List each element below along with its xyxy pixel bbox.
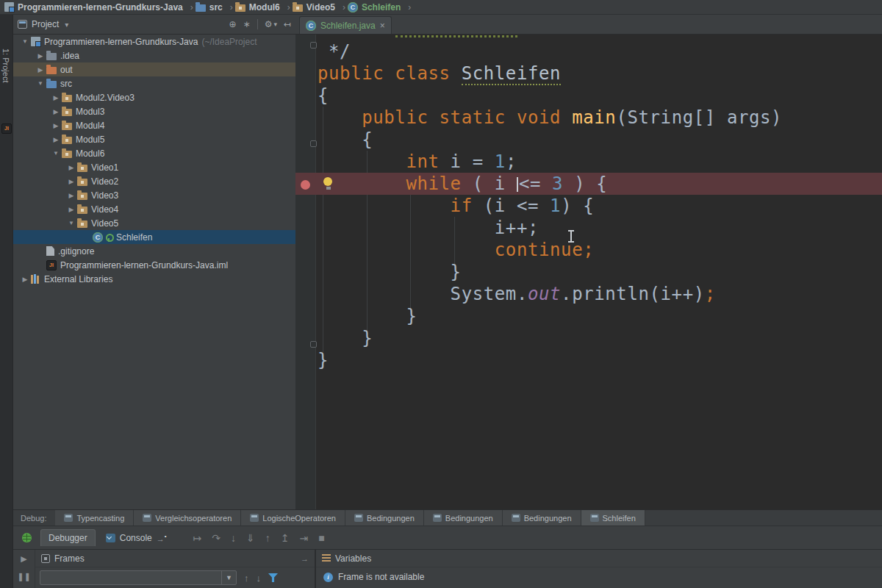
breakpoint-dot[interactable] (301, 180, 310, 190)
intention-bulb-icon[interactable] (323, 177, 333, 190)
tree-item-external-libraries[interactable]: ▶External Libraries (13, 272, 295, 286)
code-line: public static void main(String[] args) (295, 107, 882, 129)
tree-item-schleifen[interactable]: CSchleifen (13, 230, 295, 244)
filter-icon[interactable] (268, 573, 278, 582)
step-into-icon[interactable]: ↓ (231, 532, 236, 544)
drop-frame-icon[interactable]: ↥ (281, 532, 290, 544)
excluded-folder-icon (46, 67, 57, 74)
debug-tab-schleifen[interactable]: Schleifen (581, 510, 645, 526)
breadcrumb-item-schleifen[interactable]: CSchleifen› (348, 2, 411, 12)
tree-item-modul5[interactable]: ▶Modul5 (13, 132, 295, 146)
resume-button[interactable]: ▶ (13, 550, 35, 567)
tree-item--gitignore[interactable]: .gitignore (13, 244, 295, 258)
tree-item-out[interactable]: ▶out (13, 62, 295, 76)
ide-window: Programmieren-lernen-Grundkurs-Java›src›… (0, 0, 882, 588)
expanded-arrow-icon[interactable]: ▼ (19, 38, 31, 45)
evaluate-icon[interactable]: ■ (318, 532, 324, 544)
intellij-tool-icon[interactable]: JI (1, 123, 12, 134)
collapsed-arrow-icon[interactable]: ▶ (50, 108, 62, 115)
package-folder-icon (62, 137, 72, 144)
frame-up-button[interactable]: ↑ (244, 573, 249, 584)
tree-item-programmieren-lernen-grundkurs-java[interactable]: ▼Programmieren-lernen-Grundkurs-Java(~/I… (13, 35, 295, 49)
debug-tab-label: Schleifen (603, 514, 636, 523)
collapsed-arrow-icon[interactable]: ▶ (35, 66, 46, 74)
fold-marker-icon[interactable] (310, 341, 317, 348)
debug-tab-bedingungen[interactable]: Bedingungen (424, 510, 503, 526)
tree-item-video5[interactable]: ▼Video5 (13, 216, 295, 230)
chevron-down-icon[interactable]: ▼ (221, 571, 236, 584)
debug-console-icon (250, 514, 259, 522)
collapsed-arrow-icon[interactable]: ▶ (65, 206, 77, 213)
collapsed-arrow-icon[interactable]: ▶ (50, 94, 62, 101)
frames-dock-icon[interactable]: → (301, 554, 309, 563)
frame-down-button[interactable]: ↓ (257, 573, 262, 584)
debug-tab-typencasting[interactable]: Typencasting (55, 510, 134, 526)
tree-item-modul6[interactable]: ▼Modul6 (13, 146, 295, 160)
collapsed-arrow-icon[interactable]: ▶ (65, 164, 77, 171)
project-panel-title[interactable]: Project (32, 19, 59, 29)
package-folder-icon (235, 4, 245, 12)
show-execution-point-icon[interactable]: ↦ (193, 532, 202, 544)
collapsed-arrow-icon[interactable]: ▶ (35, 52, 46, 60)
tree-item-label: Modul6 (76, 148, 104, 159)
chevron-right-icon: › (287, 2, 290, 12)
collapsed-arrow-icon[interactable]: ▶ (19, 276, 31, 283)
debug-tab-bedingungen[interactable]: Bedingungen (503, 510, 581, 526)
class-icon: C (306, 21, 316, 31)
breadcrumb-item-modul6[interactable]: Modul6› (235, 2, 290, 12)
tree-item-modul2-video3[interactable]: ▶Modul2.Video3 (13, 90, 295, 104)
gear-dropdown-icon[interactable]: ▾ (273, 21, 277, 28)
tree-item-modul3[interactable]: ▶Modul3 (13, 104, 295, 118)
project-tool-button[interactable]: 1: Project (1, 49, 10, 82)
tree-item--idea[interactable]: ▶.idea (13, 49, 295, 62)
editor-code-area[interactable]: */public class Schleifen{ public static … (295, 35, 882, 509)
debug-tab-bedingungen[interactable]: Bedingungen (345, 510, 424, 526)
tree-item-video3[interactable]: ▶Video3 (13, 188, 295, 202)
project-view-dropdown-icon[interactable]: ▾ (65, 21, 68, 29)
run-to-cursor-icon[interactable]: ⇥ (300, 532, 309, 544)
expanded-arrow-icon[interactable]: ▼ (50, 150, 62, 157)
collapse-all-icon[interactable]: ∗ (243, 19, 251, 29)
tree-item-video2[interactable]: ▶Video2 (13, 174, 295, 188)
breadcrumb-item-video5[interactable]: Video5› (293, 2, 345, 12)
tree-item-src[interactable]: ▼src (13, 76, 295, 90)
tree-item-video4[interactable]: ▶Video4 (13, 202, 295, 216)
fold-marker-icon[interactable] (310, 42, 317, 49)
collapsed-arrow-icon[interactable]: ▶ (65, 178, 77, 185)
fold-marker-icon[interactable] (310, 140, 317, 147)
thread-selector[interactable]: ▼ (40, 570, 237, 585)
collapsed-arrow-icon[interactable]: ▶ (65, 192, 77, 199)
pause-button[interactable]: ❚❚ (13, 567, 35, 585)
debug-tab-logischeoperatoren[interactable]: LogischeOperatoren (241, 510, 345, 526)
close-icon[interactable]: × (380, 21, 385, 31)
debug-tab-vergleichsoperatoren[interactable]: Vergleichsoperatoren (134, 510, 241, 526)
gear-icon[interactable]: ⚙ (265, 19, 273, 29)
code-line: int i = 1; (295, 151, 882, 173)
locate-file-icon[interactable]: ⊕ (229, 19, 237, 29)
collapsed-arrow-icon[interactable]: ▶ (50, 122, 62, 129)
tree-item-path: (~/IdeaProject (201, 37, 257, 47)
tab-console[interactable]: Console →• (98, 530, 174, 546)
expanded-arrow-icon[interactable]: ▼ (35, 80, 46, 87)
tab-debugger[interactable]: Debugger (40, 529, 96, 546)
tree-item-video1[interactable]: ▶Video1 (13, 160, 295, 174)
package-folder-icon (77, 207, 87, 214)
code-line: i++; (295, 217, 882, 239)
expanded-arrow-icon[interactable]: ▼ (65, 220, 77, 226)
tree-item-programmieren-lernen-grundkurs-java-iml[interactable]: JIProgrammieren-lernen-Grundkurs-Java.im… (13, 258, 295, 272)
breadcrumb-item-programmieren-lernen-grundkurs-java[interactable]: Programmieren-lernen-Grundkurs-Java› (4, 2, 193, 12)
folder-icon (46, 53, 57, 60)
key-icon (105, 233, 112, 242)
editor-tab-strip: C Schleifen.java × (295, 15, 882, 35)
hide-panel-icon[interactable]: ↤ (284, 19, 291, 29)
collapsed-arrow-icon[interactable]: ▶ (50, 136, 62, 143)
breadcrumb-item-src[interactable]: src› (196, 2, 233, 12)
tab-schleifen-java[interactable]: C Schleifen.java × (299, 16, 392, 34)
step-over-icon[interactable]: ↷ (212, 532, 220, 544)
force-step-into-icon[interactable]: ⇓ (246, 532, 255, 544)
step-out-icon[interactable]: ↑ (265, 532, 270, 544)
tree-item-label: Modul2.Video3 (76, 93, 135, 103)
breadcrumb-label: Schleifen (362, 2, 401, 12)
code-line: } (295, 305, 882, 327)
tree-item-modul4[interactable]: ▶Modul4 (13, 118, 295, 132)
